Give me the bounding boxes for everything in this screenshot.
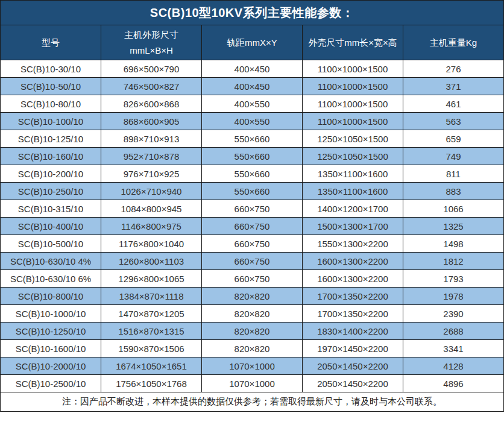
column-header-model: 型号 bbox=[1, 25, 101, 60]
cell-unit-dimensions: 746×500×827 bbox=[101, 78, 202, 95]
cell-rail-gauge: 820×820 bbox=[202, 340, 303, 357]
cell-model: SC(B)10-200/10 bbox=[1, 165, 101, 183]
cell-unit-dimensions: 1146×800×975 bbox=[101, 218, 202, 235]
table-row: SC(B)10-500/101176×800×1040660×7501550×1… bbox=[1, 235, 504, 253]
spec-table: SC(B)10型10KV系列主要性能参数： 型号 主机外形尺寸 mmL×B×H … bbox=[0, 0, 504, 412]
table-row: SC(B)10-2500/101756×1050×17681070×100020… bbox=[1, 375, 504, 392]
table-row: SC(B)10-2000/101674×1050×16511070×100020… bbox=[1, 357, 504, 375]
cell-unit-dimensions: 696×500×790 bbox=[101, 60, 202, 78]
cell-shell-dimensions: 2050×1450×2200 bbox=[303, 375, 403, 392]
cell-weight: 2688 bbox=[403, 323, 504, 340]
page-title: SC(B)10型10KV系列主要性能参数： bbox=[1, 1, 504, 25]
cell-rail-gauge: 550×660 bbox=[202, 183, 303, 200]
table-row: SC(B)10-1250/101516×870×1315820×8201830×… bbox=[1, 323, 504, 340]
cell-model: SC(B)10-50/10 bbox=[1, 78, 101, 95]
cell-model: SC(B)10-2000/10 bbox=[1, 357, 101, 375]
cell-model: SC(B)10-1600/10 bbox=[1, 340, 101, 357]
cell-rail-gauge: 550×660 bbox=[202, 165, 303, 183]
cell-rail-gauge: 400×550 bbox=[202, 95, 303, 113]
table-row: SC(B)10-100/10868×600×905400×5501100×100… bbox=[1, 113, 504, 130]
cell-unit-dimensions: 1026×710×940 bbox=[101, 183, 202, 200]
cell-rail-gauge: 820×820 bbox=[202, 323, 303, 340]
cell-rail-gauge: 550×660 bbox=[202, 130, 303, 148]
cell-weight: 1812 bbox=[403, 253, 504, 270]
cell-weight: 371 bbox=[403, 78, 504, 95]
cell-unit-dimensions: 1470×870×1205 bbox=[101, 305, 202, 323]
cell-shell-dimensions: 1700×1350×2200 bbox=[303, 288, 403, 305]
table-row: SC(B)10-1000/101470×870×1205820×8201700×… bbox=[1, 305, 504, 323]
cell-weight: 659 bbox=[403, 130, 504, 148]
cell-unit-dimensions: 1384×870×1118 bbox=[101, 288, 202, 305]
cell-rail-gauge: 400×450 bbox=[202, 60, 303, 78]
cell-rail-gauge: 660×750 bbox=[202, 200, 303, 218]
cell-unit-dimensions: 1674×1050×1651 bbox=[101, 357, 202, 375]
table-row: SC(B)10-160/10952×710×878550×6601250×105… bbox=[1, 148, 504, 165]
cell-shell-dimensions: 1100×1000×1500 bbox=[303, 60, 403, 78]
cell-rail-gauge: 820×820 bbox=[202, 288, 303, 305]
cell-unit-dimensions: 1176×800×1040 bbox=[101, 235, 202, 253]
cell-weight: 276 bbox=[403, 60, 504, 78]
cell-weight: 1066 bbox=[403, 200, 504, 218]
cell-shell-dimensions: 1600×1300×2200 bbox=[303, 270, 403, 288]
header-row: 型号 主机外形尺寸 mmL×B×H 轨距mmX×Y 外壳尺寸mm长×宽×高 主机… bbox=[1, 25, 504, 60]
cell-shell-dimensions: 1250×1050×1500 bbox=[303, 148, 403, 165]
cell-model: SC(B)10-630/10 4% bbox=[1, 253, 101, 270]
cell-weight: 4896 bbox=[403, 375, 504, 392]
cell-unit-dimensions: 952×710×878 bbox=[101, 148, 202, 165]
cell-weight: 461 bbox=[403, 95, 504, 113]
cell-model: SC(B)10-2500/10 bbox=[1, 375, 101, 392]
table-row: SC(B)10-125/10898×710×913550×6601250×105… bbox=[1, 130, 504, 148]
cell-model: SC(B)10-800/10 bbox=[1, 288, 101, 305]
cell-model: SC(B)10-400/10 bbox=[1, 218, 101, 235]
table-row: SC(B)10-80/10826×600×868400×5501100×1000… bbox=[1, 95, 504, 113]
cell-weight: 1978 bbox=[403, 288, 504, 305]
table-row: SC(B)10-1600/101590×870×1506820×8201970×… bbox=[1, 340, 504, 357]
cell-shell-dimensions: 1700×1350×2200 bbox=[303, 305, 403, 323]
table-row: SC(B)10-630/10 6%1296×800×1065660×750160… bbox=[1, 270, 504, 288]
cell-shell-dimensions: 1400×1200×1700 bbox=[303, 200, 403, 218]
table-row: SC(B)10-200/10976×710×925550×6601350×110… bbox=[1, 165, 504, 183]
cell-shell-dimensions: 2050×1450×2200 bbox=[303, 357, 403, 375]
column-header-shell-dimensions: 外壳尺寸mm长×宽×高 bbox=[303, 25, 403, 60]
cell-shell-dimensions: 1100×1000×1500 bbox=[303, 95, 403, 113]
cell-shell-dimensions: 1600×1300×2200 bbox=[303, 253, 403, 270]
cell-unit-dimensions: 976×710×925 bbox=[101, 165, 202, 183]
cell-unit-dimensions: 898×710×913 bbox=[101, 130, 202, 148]
cell-model: SC(B)10-1250/10 bbox=[1, 323, 101, 340]
cell-unit-dimensions: 1516×870×1315 bbox=[101, 323, 202, 340]
cell-model: SC(B)10-500/10 bbox=[1, 235, 101, 253]
column-header-weight: 主机重量Kg bbox=[403, 25, 504, 60]
cell-model: SC(B)10-80/10 bbox=[1, 95, 101, 113]
cell-weight: 4128 bbox=[403, 357, 504, 375]
cell-weight: 1498 bbox=[403, 235, 504, 253]
cell-rail-gauge: 660×750 bbox=[202, 235, 303, 253]
cell-unit-dimensions: 1590×870×1506 bbox=[101, 340, 202, 357]
cell-rail-gauge: 660×750 bbox=[202, 270, 303, 288]
cell-rail-gauge: 550×660 bbox=[202, 148, 303, 165]
cell-shell-dimensions: 1830×1400×2200 bbox=[303, 323, 403, 340]
cell-rail-gauge: 660×750 bbox=[202, 253, 303, 270]
cell-rail-gauge: 1070×1000 bbox=[202, 357, 303, 375]
cell-weight: 1793 bbox=[403, 270, 504, 288]
cell-weight: 883 bbox=[403, 183, 504, 200]
cell-rail-gauge: 820×820 bbox=[202, 305, 303, 323]
table-row: SC(B)10-50/10746×500×827400×4501100×1000… bbox=[1, 78, 504, 95]
cell-shell-dimensions: 1350×1100×1600 bbox=[303, 183, 403, 200]
cell-model: SC(B)10-315/10 bbox=[1, 200, 101, 218]
table-row: SC(B)10-630/10 4%1260×800×1103660×750160… bbox=[1, 253, 504, 270]
note-row: 注：因产品不断改进，本样本提供的数据仅供参考；若需取得最新尺寸，请及时与本公司联… bbox=[1, 392, 504, 412]
cell-unit-dimensions: 826×600×868 bbox=[101, 95, 202, 113]
cell-model: SC(B)10-160/10 bbox=[1, 148, 101, 165]
column-header-rail-gauge: 轨距mmX×Y bbox=[202, 25, 303, 60]
cell-shell-dimensions: 1970×1450×2200 bbox=[303, 340, 403, 357]
cell-shell-dimensions: 1100×1000×1500 bbox=[303, 78, 403, 95]
cell-unit-dimensions: 868×600×905 bbox=[101, 113, 202, 130]
cell-rail-gauge: 660×750 bbox=[202, 218, 303, 235]
cell-model: SC(B)10-250/10 bbox=[1, 183, 101, 200]
table-row: SC(B)10-800/101384×870×1118820×8201700×1… bbox=[1, 288, 504, 305]
cell-weight: 811 bbox=[403, 165, 504, 183]
table-row: SC(B)10-30/10696×500×790400×4501100×1000… bbox=[1, 60, 504, 78]
table-body: SC(B)10-30/10696×500×790400×4501100×1000… bbox=[1, 60, 504, 392]
cell-rail-gauge: 400×550 bbox=[202, 113, 303, 130]
table-row: SC(B)10-400/101146×800×975660×7501500×13… bbox=[1, 218, 504, 235]
